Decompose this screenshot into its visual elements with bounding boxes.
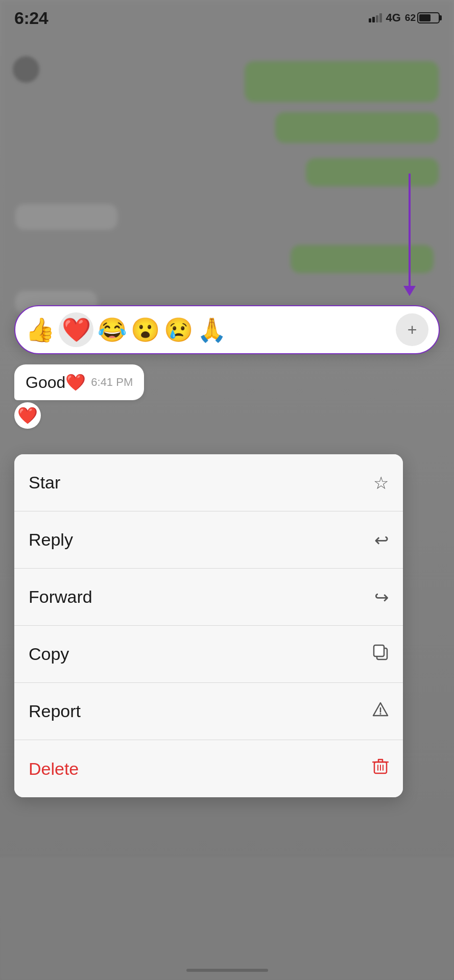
menu-item-reply-label: Reply <box>29 530 73 550</box>
menu-item-forward-label: Forward <box>29 587 92 607</box>
signal-bar-4 <box>379 13 382 22</box>
message-time: 6:41 PM <box>91 376 133 389</box>
emoji-cry[interactable]: 😢 <box>164 318 193 341</box>
menu-item-delete-label: Delete <box>29 759 79 779</box>
battery-container: 62 <box>405 12 440 23</box>
message-bubble-container: Good❤️ 6:41 PM ❤️ <box>14 364 144 429</box>
svg-point-3 <box>380 713 381 715</box>
menu-item-report-label: Report <box>29 701 81 721</box>
purple-arrow <box>403 174 416 296</box>
signal-bar-1 <box>369 18 371 22</box>
status-icons: 4G 62 <box>369 11 440 24</box>
menu-item-star[interactable]: Star ☆ <box>14 454 403 511</box>
emoji-heart[interactable]: ❤️ <box>59 312 93 347</box>
svg-rect-1 <box>374 645 384 656</box>
message-bubble: Good❤️ 6:41 PM <box>14 364 144 400</box>
emoji-thumbsup[interactable]: 👍 <box>26 318 55 341</box>
message-text: Good❤️ <box>26 373 86 392</box>
menu-item-delete[interactable]: Delete <box>14 740 403 797</box>
signal-bars <box>369 13 382 22</box>
network-label: 4G <box>386 11 401 24</box>
emoji-pray[interactable]: 🙏 <box>197 318 226 341</box>
emoji-reactions: 👍 ❤️ 😂 😮 😢 🙏 <box>26 312 226 347</box>
menu-item-copy-label: Copy <box>29 644 69 664</box>
copy-icon <box>372 644 389 665</box>
menu-item-star-label: Star <box>29 473 60 493</box>
emoji-more-button[interactable]: + <box>396 313 428 346</box>
forward-icon: ↪ <box>374 587 389 607</box>
star-icon: ☆ <box>373 473 389 493</box>
report-icon <box>372 701 389 722</box>
delete-icon <box>372 758 389 779</box>
battery-fill <box>419 14 431 21</box>
context-menu: Star ☆ Reply ↩ Forward ↪ Copy Report Del… <box>14 454 403 797</box>
signal-bar-2 <box>372 17 375 22</box>
battery-icon <box>417 12 440 23</box>
emoji-laugh[interactable]: 😂 <box>98 318 127 341</box>
reply-icon: ↩ <box>374 530 389 550</box>
menu-item-report[interactable]: Report <box>14 683 403 740</box>
message-reaction: ❤️ <box>14 402 41 429</box>
home-indicator <box>186 969 268 972</box>
menu-item-reply[interactable]: Reply ↩ <box>14 511 403 569</box>
signal-bar-3 <box>376 15 378 22</box>
menu-item-forward[interactable]: Forward ↪ <box>14 569 403 626</box>
status-bar: 6:24 4G 62 <box>0 0 454 29</box>
emoji-reaction-bar: 👍 ❤️ 😂 😮 😢 🙏 + <box>14 305 440 354</box>
menu-item-copy[interactable]: Copy <box>14 626 403 683</box>
arrow-line <box>409 174 411 286</box>
status-time: 6:24 <box>14 8 48 28</box>
arrow-head <box>403 286 416 296</box>
emoji-wow[interactable]: 😮 <box>131 318 160 341</box>
battery-text: 62 <box>405 12 416 23</box>
